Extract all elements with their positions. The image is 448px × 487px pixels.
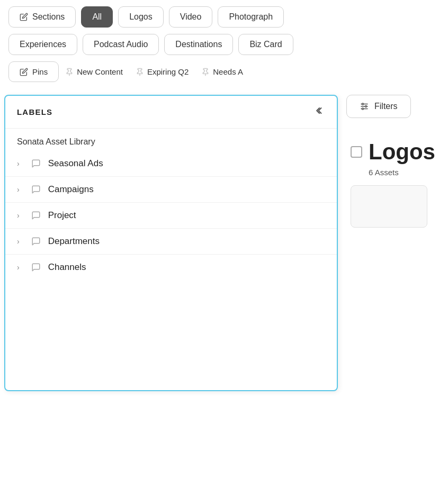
filter-btn-logos[interactable]: Logos bbox=[118, 6, 164, 28]
filter-btn-podcast-audio[interactable]: Podcast Audio bbox=[83, 34, 159, 55]
filter-row-2: Experiences Podcast Audio Destinations B… bbox=[8, 34, 440, 55]
podcast-audio-label: Podcast Audio bbox=[94, 40, 148, 49]
library-title: Sonata Asset Library bbox=[5, 129, 337, 151]
labels-sidebar: LABELS Sonata Asset Library › Seasonal A… bbox=[4, 95, 338, 391]
seasonal-ads-label: Seasonal Ads bbox=[48, 158, 103, 169]
expiring-q2-label: Expiring Q2 bbox=[147, 67, 189, 76]
asset-thumbnail bbox=[351, 185, 427, 228]
filter-btn-biz-card[interactable]: Biz Card bbox=[238, 34, 293, 55]
svg-point-8 bbox=[362, 108, 364, 110]
logos-checkbox[interactable] bbox=[351, 146, 362, 158]
sidebar-header: LABELS bbox=[5, 96, 337, 129]
label-icon-departments bbox=[31, 237, 41, 246]
chevron-right-icon-4: › bbox=[17, 237, 20, 246]
svg-point-6 bbox=[362, 103, 364, 105]
filters-button[interactable]: Filters bbox=[346, 95, 411, 118]
filter-btn-video[interactable]: Video bbox=[169, 6, 213, 28]
filter-btn-all[interactable]: All bbox=[81, 6, 113, 28]
chevron-right-icon-2: › bbox=[17, 185, 20, 194]
assets-count: 6 Assets bbox=[351, 168, 440, 177]
filter-row-1: Sections All Logos Video Photograph bbox=[8, 6, 440, 28]
pins-label: Pins bbox=[32, 67, 48, 76]
logos-title-text: Logos bbox=[369, 139, 435, 165]
label-icon-seasonal-ads bbox=[31, 159, 41, 168]
collapse-icon[interactable] bbox=[315, 105, 325, 119]
label-item-project[interactable]: › Project bbox=[5, 203, 337, 229]
needs-a-label: Needs A bbox=[213, 67, 243, 76]
main-content: LABELS Sonata Asset Library › Seasonal A… bbox=[0, 95, 448, 391]
chevron-right-icon-3: › bbox=[17, 211, 20, 220]
logos-title-row: Logos bbox=[351, 139, 440, 165]
project-label: Project bbox=[48, 210, 76, 221]
label-item-seasonal-ads[interactable]: › Seasonal Ads bbox=[5, 151, 337, 177]
pin-icon-expiring bbox=[136, 68, 144, 76]
channels-label: Channels bbox=[48, 262, 86, 273]
pin-icon-needs bbox=[201, 68, 210, 76]
logos-label: Logos bbox=[129, 12, 153, 22]
pencil-pin-icon bbox=[20, 68, 28, 76]
sections-label: Sections bbox=[32, 12, 65, 22]
pencil-icon bbox=[20, 13, 28, 21]
campaigns-label: Campaigns bbox=[48, 184, 94, 195]
all-label: All bbox=[92, 12, 102, 22]
label-icon-channels bbox=[31, 263, 41, 272]
filter-btn-destinations[interactable]: Destinations bbox=[164, 34, 233, 55]
right-panel: Filters Logos 6 Assets bbox=[338, 95, 448, 228]
pin-row: Pins New Content Expiring Q2 Needs A bbox=[8, 61, 440, 82]
filter-btn-sections[interactable]: Sections bbox=[8, 6, 76, 28]
filter-btn-photograph[interactable]: Photograph bbox=[218, 6, 284, 28]
label-item-departments[interactable]: › Departments bbox=[5, 229, 337, 255]
pin-tag-expiring-q2[interactable]: Expiring Q2 bbox=[136, 67, 189, 76]
pins-button[interactable]: Pins bbox=[8, 61, 59, 82]
pin-tag-new-content[interactable]: New Content bbox=[65, 67, 123, 76]
chevron-right-icon-5: › bbox=[17, 263, 20, 272]
label-icon-project bbox=[31, 211, 41, 220]
chevron-right-icon: › bbox=[17, 159, 20, 168]
label-item-campaigns[interactable]: › Campaigns bbox=[5, 177, 337, 203]
top-area: Sections All Logos Video Photograph Expe… bbox=[0, 0, 448, 82]
label-item-channels[interactable]: › Channels bbox=[5, 255, 337, 280]
biz-card-label: Biz Card bbox=[249, 40, 282, 49]
filters-label: Filters bbox=[374, 102, 398, 111]
filters-icon bbox=[360, 102, 369, 111]
video-label: Video bbox=[180, 12, 202, 22]
departments-label: Departments bbox=[48, 236, 100, 247]
pin-icon-new-content bbox=[65, 68, 74, 76]
svg-point-7 bbox=[365, 106, 367, 107]
label-icon-campaigns bbox=[31, 185, 41, 194]
photograph-label: Photograph bbox=[229, 12, 273, 22]
new-content-label: New Content bbox=[77, 67, 123, 76]
logos-section: Logos 6 Assets bbox=[346, 139, 440, 228]
experiences-label: Experiences bbox=[20, 40, 66, 49]
filter-btn-experiences[interactable]: Experiences bbox=[8, 34, 77, 55]
pin-tag-needs-a[interactable]: Needs A bbox=[201, 67, 243, 76]
labels-title: LABELS bbox=[17, 107, 52, 116]
destinations-label: Destinations bbox=[175, 40, 222, 49]
